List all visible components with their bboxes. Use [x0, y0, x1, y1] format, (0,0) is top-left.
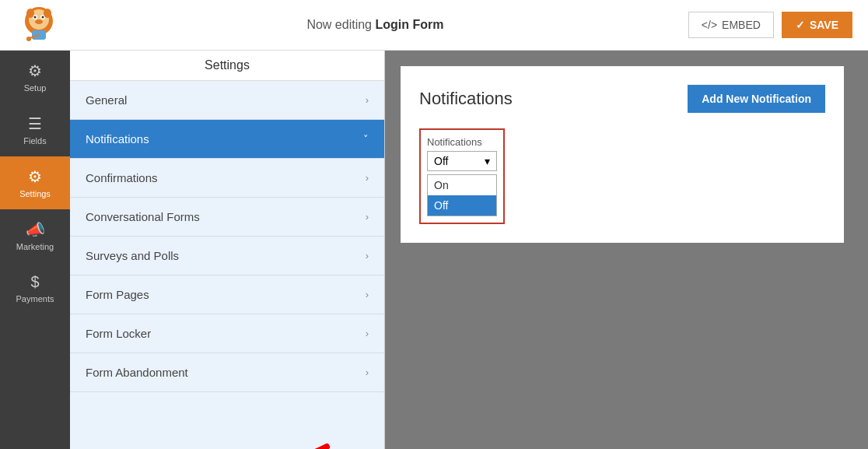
dropdown-option-off[interactable]: Off [428, 195, 496, 216]
chevron-right-icon: › [366, 367, 369, 378]
sidebar-item-settings-label: Settings [19, 189, 51, 198]
settings-icon: ⚙ [28, 167, 42, 186]
notifications-dropdown-container: Notifications Off ▾ On Off [419, 128, 505, 224]
payments-icon: $ [30, 273, 39, 291]
svg-point-4 [33, 16, 36, 19]
sidebar-item-marketing[interactable]: 📣 Marketing [0, 209, 70, 262]
notifications-panel-header: Notifications Add New Notification [419, 85, 825, 113]
sidebar-item-fields-label: Fields [23, 136, 46, 146]
menu-item-general[interactable]: General › [70, 81, 384, 120]
sidebar-item-setup-label: Setup [24, 83, 47, 93]
chevron-right-icon: › [366, 211, 369, 223]
svg-point-11 [26, 37, 31, 41]
sidebar-item-marketing-label: Marketing [16, 242, 54, 251]
sidebar-item-fields[interactable]: ☰ Fields [0, 103, 70, 156]
sidebar-icons: ⚙ Setup ☰ Fields ⚙ Settings 📣 Marketing … [0, 51, 70, 449]
dropdown-chevron-icon: ▾ [485, 155, 490, 167]
svg-point-5 [41, 16, 44, 19]
menu-item-form-pages[interactable]: Form Pages › [70, 275, 384, 314]
notifications-panel: Notifications Add New Notification Notif… [401, 66, 844, 243]
chevron-right-icon: › [366, 172, 369, 184]
chevron-right-icon: › [366, 289, 369, 300]
svg-point-8 [44, 9, 51, 18]
dropdown-current-value: Off [434, 155, 448, 167]
sidebar-item-payments[interactable]: $ Payments [0, 262, 70, 314]
save-button[interactable]: ✓ SAVE [782, 12, 852, 38]
menu-item-form-abandonment[interactable]: Form Abandonment › [70, 353, 384, 392]
embed-icon: </> [702, 19, 717, 31]
chevron-right-icon: › [366, 250, 369, 261]
chevron-right-icon: › [366, 328, 369, 339]
dropdown-label: Notifications [427, 136, 497, 148]
editing-label: Now editing Login Form [306, 18, 443, 32]
dropdown-options: On Off [427, 174, 497, 216]
menu-item-notifications[interactable]: Notifications ˅ [70, 120, 384, 159]
embed-button[interactable]: </> EMBED [688, 12, 774, 38]
svg-point-6 [35, 19, 43, 24]
svg-point-7 [26, 9, 34, 18]
main-content: Notifications Add New Notification Notif… [385, 51, 868, 449]
chevron-right-icon: › [366, 94, 369, 106]
save-icon: ✓ [796, 19, 805, 31]
marketing-icon: 📣 [26, 220, 45, 239]
main-layout: ⚙ Setup ☰ Fields ⚙ Settings 📣 Marketing … [0, 51, 868, 449]
chevron-down-icon: ˅ [363, 133, 369, 145]
menu-item-form-locker[interactable]: Form Locker › [70, 314, 384, 353]
settings-tab-header: Settings [70, 51, 384, 81]
menu-item-confirmations[interactable]: Confirmations › [70, 159, 384, 198]
sidebar-item-payments-label: Payments [16, 294, 54, 303]
top-bar-actions: </> EMBED ✓ SAVE [688, 12, 852, 38]
top-bar: Now editing Login Form </> EMBED ✓ SAVE [0, 0, 868, 51]
fields-icon: ☰ [28, 114, 42, 133]
menu-item-surveys[interactable]: Surveys and Polls › [70, 237, 384, 275]
notifications-panel-title: Notifications [419, 89, 513, 109]
setup-icon: ⚙ [28, 61, 42, 80]
red-arrow-annotation [187, 423, 358, 449]
settings-menu: Settings General › Notifications ˅ Confi… [70, 51, 385, 449]
sidebar-item-settings[interactable]: ⚙ Settings [0, 156, 70, 209]
dropdown-select[interactable]: Off ▾ [427, 151, 497, 171]
sidebar-item-setup[interactable]: ⚙ Setup [0, 51, 70, 103]
add-notification-button[interactable]: Add New Notification [688, 85, 825, 113]
logo [16, 4, 62, 47]
menu-item-conversational[interactable]: Conversational Forms › [70, 198, 384, 237]
dropdown-option-on[interactable]: On [428, 175, 496, 195]
